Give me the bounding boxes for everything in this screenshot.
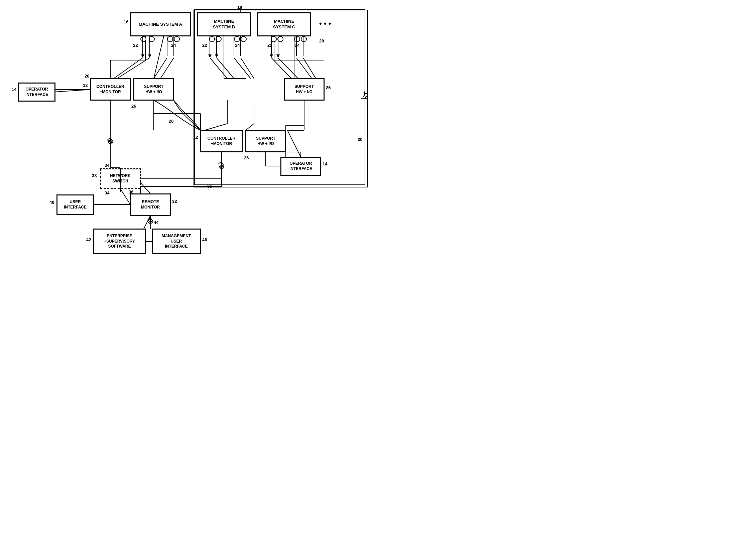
- svg-line-19: [108, 140, 113, 143]
- connector-24b: [174, 36, 180, 42]
- svg-line-57: [160, 58, 174, 78]
- ref-12b: 12: [193, 135, 198, 140]
- controller-monitor-1: CONTROLLER+MONITOR: [90, 78, 130, 100]
- svg-line-72: [234, 58, 251, 78]
- machine-system-a: MACHINE SYSTEM A: [130, 13, 190, 36]
- svg-line-77: [303, 58, 316, 78]
- svg-marker-65: [270, 54, 273, 58]
- svg-line-75: [278, 58, 298, 78]
- connector-22a: [140, 36, 146, 42]
- svg-line-56: [154, 58, 167, 78]
- svg-line-102: [205, 124, 227, 130]
- ref-22c: 22: [267, 43, 272, 48]
- svg-line-44: [154, 100, 201, 130]
- connector-24d: [241, 36, 247, 42]
- network-switch: NETWORKSWITCH: [100, 169, 140, 189]
- svg-line-104: [246, 124, 254, 130]
- ref-34b: 34: [104, 191, 109, 195]
- ref-46: 46: [202, 237, 207, 242]
- user-interface: USERINTERFACE: [57, 195, 94, 215]
- connector-22e: [271, 36, 277, 42]
- svg-line-76: [297, 58, 312, 78]
- connector-22f: [277, 36, 283, 42]
- ref-36b: 36: [207, 184, 212, 189]
- svg-line-55: [117, 58, 150, 78]
- ref-16: 16: [124, 19, 128, 24]
- remote-monitor: REMOTEMONITOR: [130, 194, 170, 216]
- ref-26b: 26: [244, 155, 249, 161]
- svg-line-27: [287, 130, 301, 157]
- svg-line-74: [272, 58, 291, 78]
- ref-24b: 24: [235, 43, 240, 48]
- enterprise-sw: ENTERPRISE+SUPERVISORYSOFTWARE: [94, 229, 145, 254]
- support-hw-2: SUPPORTHW + I/O: [246, 130, 286, 152]
- svg-marker-49: [141, 54, 144, 58]
- svg-line-25: [144, 216, 150, 229]
- connector-24a: [167, 36, 173, 42]
- connector-24c: [234, 36, 240, 42]
- ref-22b: 22: [202, 43, 207, 48]
- ref-24c: 24: [295, 43, 300, 48]
- ref-14a: 14: [12, 87, 16, 92]
- ref-40: 40: [49, 200, 54, 205]
- support-hw-3: SUPPORTHW + I/O: [284, 78, 324, 100]
- svg-marker-59: [208, 54, 212, 58]
- ref-28b: 28: [169, 119, 173, 124]
- connector-22d: [216, 36, 221, 42]
- connector-22b: [149, 36, 155, 42]
- svg-marker-51: [148, 54, 151, 58]
- ref-22a: 22: [133, 43, 138, 48]
- ref-42: 42: [86, 237, 91, 242]
- ref-28a: 28: [85, 74, 89, 78]
- operator-interface-1: OPERATORINTERFACE: [18, 83, 55, 101]
- connector-24e: [294, 36, 300, 42]
- machine-system-b: MACHINESYSTEM B: [197, 13, 251, 36]
- svg-line-34: [154, 36, 164, 78]
- ref-26a: 26: [131, 103, 136, 108]
- machine-system-c: MACHINESYSTEM C: [257, 13, 311, 36]
- ref-26c: 26: [326, 85, 331, 90]
- ref-32: 32: [172, 199, 177, 204]
- ref-44: 44: [154, 220, 158, 225]
- svg-line-54: [114, 58, 143, 78]
- controller-monitor-2: CONTROLLER+MONITOR: [201, 130, 242, 152]
- ref-38: 38: [92, 173, 97, 178]
- support-hw-1: SUPPORTHW + I/O: [134, 78, 174, 100]
- ref-14b: 14: [323, 162, 327, 166]
- svg-line-73: [241, 58, 254, 78]
- diagram: MACHINE SYSTEM A 16 18 MACHINESYSTEM B M…: [0, 0, 374, 280]
- ref-20: 20: [319, 39, 324, 44]
- svg-line-20: [108, 140, 113, 143]
- ref-10: 10: [363, 95, 367, 100]
- svg-marker-67: [276, 54, 280, 58]
- ref-24a: 24: [171, 43, 176, 48]
- connector-22c: [209, 36, 215, 42]
- operator-interface-2: OPERATORINTERFACE: [281, 157, 321, 175]
- ref-18: 18: [237, 5, 242, 10]
- ellipsis: • • •: [319, 19, 331, 28]
- svg-line-71: [216, 58, 234, 78]
- ref-34a: 34: [104, 163, 109, 168]
- svg-line-70: [210, 58, 227, 78]
- svg-line-17: [55, 90, 90, 92]
- ref-30: 30: [358, 137, 362, 142]
- mgmt-user-interface: MANAGEMENTUSERINTERFACE: [152, 229, 201, 254]
- connector-24f: [301, 36, 307, 42]
- svg-marker-61: [215, 54, 218, 58]
- ref-12a: 12: [83, 83, 88, 88]
